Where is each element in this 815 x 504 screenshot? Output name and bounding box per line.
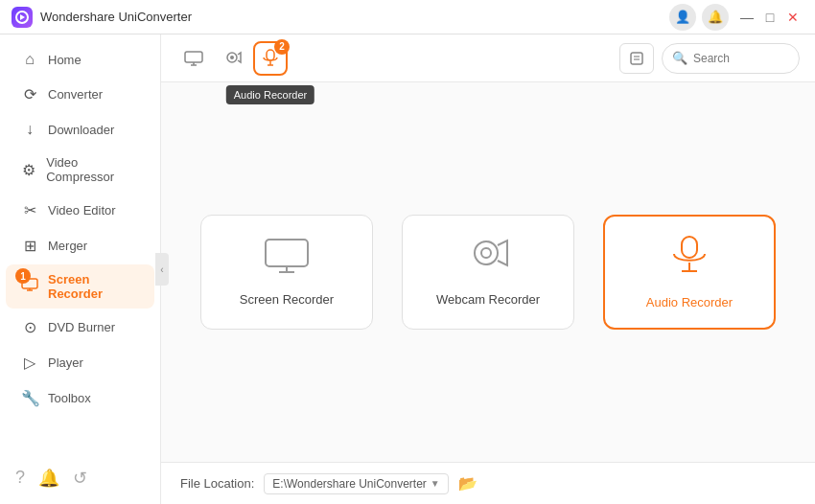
sidebar-bottom: ? 🔔 ↺ [0, 460, 160, 496]
player-icon: ▷ [21, 354, 38, 372]
top-bar-right: 🔍 [619, 43, 800, 74]
audio-recorder-card[interactable]: Audio Recorder [603, 215, 776, 330]
sidebar-item-video-editor[interactable]: ✂ Video Editor [6, 194, 154, 227]
refresh-icon[interactable]: ↺ [73, 468, 87, 489]
window-controls: — □ ✕ [736, 7, 803, 28]
search-box[interactable]: 🔍 [662, 43, 800, 74]
user-icon[interactable]: 👤 [669, 4, 696, 31]
editor-icon: ✂ [21, 201, 38, 219]
sidebar-item-screen-recorder[interactable]: 1 Screen Recorder [6, 264, 154, 309]
audio-tab-badge: 2 [274, 39, 290, 55]
sidebar-item-toolbox[interactable]: 🔧 Toolbox [6, 381, 154, 415]
sidebar-item-label: Downloader [48, 123, 114, 137]
sidebar-item-label: Home [48, 53, 82, 67]
compressor-icon: ⚙ [21, 161, 36, 179]
sidebar-item-label: Video Editor [48, 203, 116, 218]
main-content: 2 Audio Recorder 🔍 Screen [161, 34, 815, 504]
webcam-recorder-card-label: Webcam Recorder [436, 292, 540, 307]
svg-rect-8 [631, 53, 642, 64]
sidebar-item-label: Merger [48, 239, 87, 253]
sidebar: ⌂ Home ⟳ Converter ↓ Downloader ⚙ Video … [0, 34, 161, 504]
app-body: ⌂ Home ⟳ Converter ↓ Downloader ⚙ Video … [0, 34, 815, 504]
sidebar-collapse-button[interactable]: ‹ [155, 253, 169, 286]
sidebar-badge: 1 [15, 268, 31, 284]
audio-recorder-card-label: Audio Recorder [646, 295, 733, 309]
svg-rect-14 [682, 237, 697, 258]
bell-icon[interactable]: 🔔 [38, 468, 59, 489]
help-icon[interactable]: ? [15, 468, 25, 489]
maximize-button[interactable]: □ [759, 7, 780, 28]
sidebar-item-dvd-burner[interactable]: ⊙ DVD Burner [6, 310, 154, 344]
minimize-button[interactable]: — [736, 7, 757, 28]
sidebar-item-downloader[interactable]: ↓ Downloader [6, 113, 154, 146]
sidebar-item-label: Video Compressor [46, 155, 139, 184]
dvd-icon: ⊙ [21, 318, 38, 336]
sidebar-item-home[interactable]: ⌂ Home [6, 43, 154, 76]
file-location-input[interactable]: E:\Wondershare UniConverter ▼ [264, 473, 448, 494]
audio-tab-button[interactable]: 2 Audio Recorder [253, 41, 288, 76]
svg-rect-2 [185, 52, 202, 62]
file-history-button[interactable] [619, 43, 654, 74]
title-bar: Wondershare UniConverter 👤 🔔 — □ ✕ [0, 0, 815, 34]
svg-point-13 [481, 248, 491, 258]
webcam-tab-button[interactable] [215, 41, 249, 76]
dropdown-arrow-icon[interactable]: ▼ [431, 478, 440, 489]
search-input[interactable] [693, 52, 789, 65]
sidebar-item-label: DVD Burner [48, 320, 115, 334]
home-icon: ⌂ [21, 51, 38, 68]
screen-tab-button[interactable] [176, 41, 211, 76]
app-logo [12, 7, 33, 28]
title-bar-controls: 👤 🔔 [669, 4, 729, 31]
webcam-recorder-card[interactable]: Webcam Recorder [402, 215, 574, 330]
search-icon: 🔍 [672, 51, 687, 65]
sidebar-item-player[interactable]: ▷ Player [6, 346, 154, 379]
webcam-recorder-card-icon [465, 238, 511, 283]
converter-icon: ⟳ [21, 85, 38, 103]
downloader-icon: ↓ [21, 121, 38, 138]
svg-point-12 [475, 241, 498, 264]
app-title: Wondershare UniConverter [40, 10, 669, 24]
file-location-value: E:\Wondershare UniConverter [272, 477, 427, 491]
audio-tab-tooltip: Audio Recorder [226, 85, 314, 104]
audio-recorder-card-icon [670, 235, 709, 286]
screen-recorder-card[interactable]: Screen Recorder [200, 215, 373, 330]
sidebar-item-label: Toolbox [48, 391, 91, 405]
notification-icon[interactable]: 🔔 [702, 4, 729, 31]
bottom-bar: File Location: E:\Wondershare UniConvert… [161, 462, 815, 504]
sidebar-item-label: Screen Recorder [48, 272, 139, 301]
top-bar: 2 Audio Recorder 🔍 [161, 34, 815, 82]
svg-point-4 [230, 56, 234, 59]
screen-recorder-card-icon [264, 238, 310, 283]
sidebar-item-video-compressor[interactable]: ⚙ Video Compressor [6, 148, 154, 192]
file-location-label: File Location: [180, 476, 254, 491]
svg-rect-11 [266, 240, 308, 266]
screen-recorder-card-label: Screen Recorder [240, 292, 334, 307]
toolbox-icon: 🔧 [21, 389, 38, 407]
close-button[interactable]: ✕ [782, 7, 803, 28]
sidebar-item-label: Player [48, 355, 83, 370]
sidebar-item-label: Converter [48, 87, 103, 102]
open-folder-icon[interactable]: 📂 [458, 474, 477, 493]
sidebar-item-converter[interactable]: ⟳ Converter [6, 78, 154, 111]
cards-area: Screen Recorder Webcam Recorder Audio Re… [161, 82, 815, 462]
sidebar-item-merger[interactable]: ⊞ Merger [6, 229, 154, 263]
merger-icon: ⊞ [21, 237, 38, 255]
svg-rect-5 [267, 50, 274, 60]
